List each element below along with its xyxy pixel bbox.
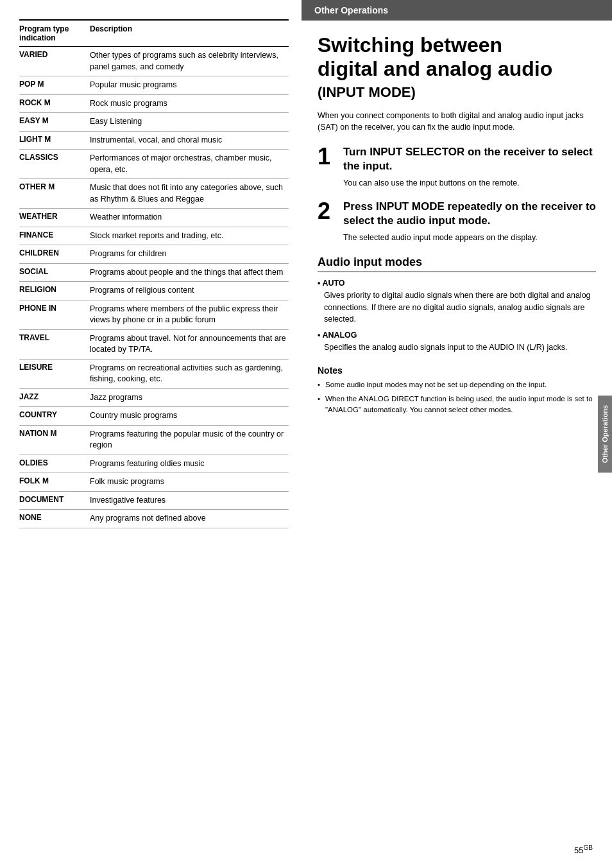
row-desc: Programs featuring oldies music: [90, 458, 289, 470]
right-column: Other Operations Switching between digit…: [302, 0, 612, 868]
table-row: RELIGION Programs of religious content: [19, 282, 289, 300]
row-type: RELIGION: [19, 285, 90, 297]
step-content: Press INPUT MODE repeatedly on the recei…: [343, 200, 596, 244]
table-rows-container: VARIED Other types of programs such as c…: [19, 47, 289, 528]
row-type: CLASSICS: [19, 153, 90, 175]
mode-desc: Specifies the analog audio signals input…: [318, 342, 596, 354]
page-suffix: GB: [584, 844, 593, 851]
mode-desc: Gives priority to digital audio signals …: [318, 290, 596, 326]
row-type: OTHER M: [19, 182, 90, 205]
title-line2: digital and analog audio: [318, 57, 552, 80]
table-row: ROCK M Rock music programs: [19, 95, 289, 114]
row-type: OLDIES: [19, 458, 90, 470]
row-desc: Investigative features: [90, 495, 289, 507]
header-col-type: Program type indication: [19, 24, 90, 42]
notes-title: Notes: [318, 365, 596, 376]
row-desc: Programs about travel. Not for announcem…: [90, 333, 289, 356]
page: Program type indication Description VARI…: [0, 0, 612, 868]
table-row: DOCUMENT Investigative features: [19, 492, 289, 510]
intro-text: When you connect components to both digi…: [318, 110, 596, 134]
table-row: SOCIAL Programs about people and the thi…: [19, 264, 289, 282]
step: 1 Turn INPUT SELECTOR on the receiver to…: [318, 145, 596, 189]
step-title: Press INPUT MODE repeatedly on the recei…: [343, 200, 596, 228]
table-row: FINANCE Stock market reports and trading…: [19, 227, 289, 246]
row-type: POP M: [19, 80, 90, 91]
table-row: NATION M Programs featuring the popular …: [19, 426, 289, 455]
step-title: Turn INPUT SELECTOR on the receiver to s…: [343, 145, 596, 173]
row-type: FINANCE: [19, 230, 90, 242]
table-row: JAZZ Jazz programs: [19, 389, 289, 408]
row-desc: Jazz programs: [90, 392, 289, 404]
row-desc: Programs where members of the public exp…: [90, 304, 289, 326]
row-desc: Programs on recreational activities such…: [90, 363, 289, 385]
step-body: You can also use the input buttons on th…: [343, 177, 596, 189]
mode-label: ANALOG: [318, 331, 596, 340]
notes-section: Notes Some audio input modes may not be …: [318, 365, 596, 416]
section-banner: Other Operations: [302, 0, 612, 21]
audio-mode-item: AUTO Gives priority to digital audio sig…: [318, 279, 596, 326]
row-desc: Any programs not defined above: [90, 513, 289, 525]
row-desc: Performances of major orchestras, chambe…: [90, 153, 289, 175]
row-type: VARIED: [19, 50, 90, 73]
table-row: PHONE IN Programs where members of the p…: [19, 300, 289, 330]
row-type: DOCUMENT: [19, 495, 90, 507]
table-row: WEATHER Weather information: [19, 209, 289, 227]
main-subtitle: (INPUT MODE): [318, 84, 596, 101]
step-number: 2: [318, 200, 337, 223]
mode-label: AUTO: [318, 279, 596, 288]
row-desc: Popular music programs: [90, 80, 289, 91]
row-desc: Weather information: [90, 212, 289, 223]
row-type: PHONE IN: [19, 304, 90, 326]
table-row: LEISURE Programs on recreational activit…: [19, 360, 289, 389]
right-content: Switching between digital and analog aud…: [302, 27, 612, 432]
row-type: COUNTRY: [19, 410, 90, 422]
row-desc: Programs about people and the things tha…: [90, 267, 289, 279]
row-type: CHILDREN: [19, 248, 90, 260]
row-type: LIGHT M: [19, 135, 90, 146]
modes-container: AUTO Gives priority to digital audio sig…: [318, 279, 596, 354]
table-row: POP M Popular music programs: [19, 76, 289, 95]
row-desc: Programs for children: [90, 248, 289, 260]
steps-container: 1 Turn INPUT SELECTOR on the receiver to…: [318, 145, 596, 244]
header-col-desc: Description: [90, 24, 289, 42]
table-row: CLASSICS Performances of major orchestra…: [19, 150, 289, 179]
audio-modes-title: Audio input modes: [318, 256, 596, 272]
table-row: LIGHT M Instrumental, vocal, and choral …: [19, 132, 289, 150]
row-desc: Folk music programs: [90, 476, 289, 488]
table-row: OLDIES Programs featuring oldies music: [19, 455, 289, 474]
table-row: TRAVEL Programs about travel. Not for an…: [19, 330, 289, 360]
table-row: COUNTRY Country music programs: [19, 407, 289, 426]
table-row: FOLK M Folk music programs: [19, 473, 289, 492]
step-body: The selected audio input mode appears on…: [343, 232, 596, 244]
side-tab: Other Operations: [598, 395, 612, 473]
row-type: TRAVEL: [19, 333, 90, 356]
step-content: Turn INPUT SELECTOR on the receiver to s…: [343, 145, 596, 189]
table-row: CHILDREN Programs for children: [19, 245, 289, 264]
row-desc: Stock market reports and trading, etc.: [90, 230, 289, 242]
table-row: VARIED Other types of programs such as c…: [19, 47, 289, 76]
left-column: Program type indication Description VARI…: [0, 0, 302, 868]
notes-container: Some audio input modes may not be set up…: [318, 379, 596, 416]
row-desc: Programs featuring the popular music of …: [90, 429, 289, 451]
title-line1: Switching between: [318, 33, 502, 56]
row-type: EASY M: [19, 116, 90, 128]
row-type: SOCIAL: [19, 267, 90, 279]
page-num: 55: [574, 846, 583, 855]
table-header: Program type indication Description: [19, 19, 289, 47]
row-desc: Music that does not fit into any categor…: [90, 182, 289, 205]
table-row: OTHER M Music that does not fit into any…: [19, 179, 289, 209]
program-type-table: Program type indication Description VARI…: [19, 19, 289, 528]
note-item: When the ANALOG DIRECT function is being…: [318, 394, 596, 416]
row-type: FOLK M: [19, 476, 90, 488]
page-number: 55GB: [574, 844, 593, 855]
row-type: ROCK M: [19, 98, 90, 110]
row-desc: Instrumental, vocal, and choral music: [90, 135, 289, 146]
row-desc: Rock music programs: [90, 98, 289, 110]
row-desc: Country music programs: [90, 410, 289, 422]
table-row: NONE Any programs not defined above: [19, 510, 289, 528]
row-type: JAZZ: [19, 392, 90, 404]
row-desc: Programs of religious content: [90, 285, 289, 297]
row-type: NONE: [19, 513, 90, 525]
step: 2 Press INPUT MODE repeatedly on the rec…: [318, 200, 596, 244]
row-desc: Easy Listening: [90, 116, 289, 128]
